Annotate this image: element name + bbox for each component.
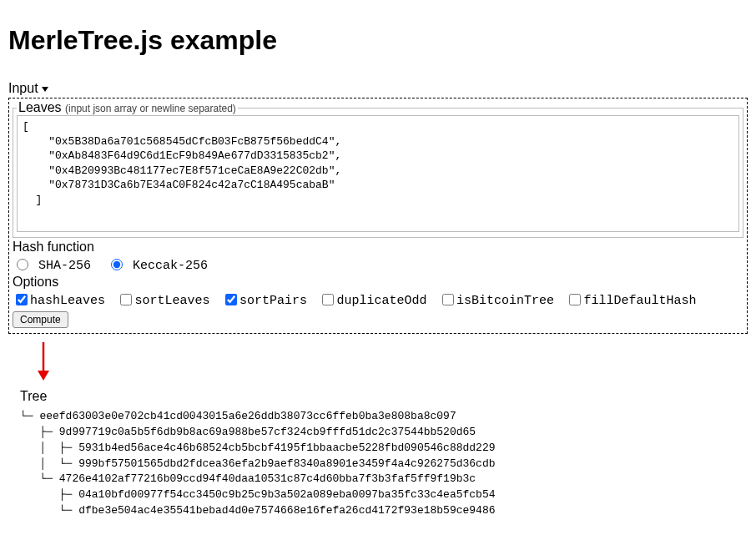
page-title: MerleTree.js example (8, 25, 748, 56)
option-sortleaves[interactable]: sortLeaves (117, 294, 209, 308)
option-hashleaves[interactable]: hashLeaves (13, 294, 105, 308)
input-disclosure[interactable]: Input Leaves (input json array or newlin… (8, 81, 748, 334)
leaves-fieldset: Leaves (input json array or newline sepa… (13, 100, 743, 238)
checkbox-hashleaves[interactable] (16, 294, 28, 305)
checkbox-filldefaulthash[interactable] (569, 294, 581, 305)
leaves-textarea[interactable] (17, 115, 739, 232)
hash-option-keccak256[interactable]: Keccak-256 (107, 259, 208, 273)
input-section-toggle[interactable]: Input (8, 81, 748, 96)
radio-keccak256[interactable] (111, 259, 123, 270)
tree-output: └─ eeefd63003e0e702cb41cd0043015a6e26ddb… (20, 409, 748, 519)
option-isbitcointree[interactable]: isBitcoinTree (439, 294, 554, 308)
hash-function-group: SHA-256 Keccak-256 (13, 256, 743, 273)
options-group: hashLeaves sortLeaves sortPairs duplicat… (13, 291, 743, 308)
arrow-down-icon (35, 341, 748, 384)
checkbox-sortleaves[interactable] (120, 294, 132, 305)
option-duplicateodd[interactable]: duplicateOdd (319, 294, 426, 308)
hash-option-sha256[interactable]: SHA-256 (13, 259, 98, 273)
tree-label: Tree (20, 389, 748, 404)
input-section-label: Input (8, 81, 38, 95)
leaves-hint: (input json array or newline separated) (65, 103, 236, 114)
checkbox-sortpairs[interactable] (225, 294, 237, 305)
svg-marker-1 (38, 371, 49, 381)
checkbox-isbitcointree[interactable] (442, 294, 454, 305)
input-form-box: Leaves (input json array or newline sepa… (8, 98, 748, 334)
compute-button[interactable]: Compute (13, 311, 68, 328)
leaves-legend: Leaves (input json array or newline sepa… (17, 100, 238, 115)
radio-sha256[interactable] (17, 259, 28, 270)
options-label: Options (13, 275, 743, 290)
hash-function-label: Hash function (13, 240, 743, 255)
checkbox-duplicateodd[interactable] (322, 294, 334, 305)
option-filldefaulthash[interactable]: fillDefaultHash (566, 294, 696, 308)
option-sortpairs[interactable]: sortPairs (222, 294, 307, 308)
